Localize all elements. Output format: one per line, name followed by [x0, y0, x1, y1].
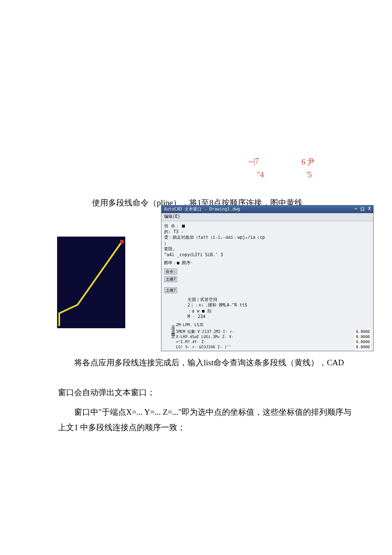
minimize-button[interactable]: —	[355, 206, 357, 212]
point-5-label: '5	[306, 171, 311, 179]
cad-coord-z: 0.0000	[355, 350, 371, 351]
point-4-label: "4	[257, 171, 264, 179]
cad-cmd-line: 信 余：	[164, 223, 371, 229]
polyline-thumbnail	[57, 237, 125, 328]
cad-edit-menu[interactable]: 编辑(E)	[164, 214, 180, 219]
point-labels-block: --|7 6 尹 "4 '5	[248, 157, 315, 183]
document-page: --|7 6 尹 "4 '5 使用多段线命令（pline），将1至8点按顺序连接…	[0, 0, 392, 555]
cad-text-body: 信 余： 的: T3 - 聋：捐走对曲加（t±tt（i-i,-aai：wpj₀/…	[161, 221, 373, 351]
cad-t3-line: 的: T3 -	[164, 229, 371, 235]
cad-coord-z: 0.0000	[355, 339, 371, 344]
paragraph-list-a: 将各点应用多段线连接完成后，输入list命令查询这条多段线（黄线），CAD	[58, 355, 356, 370]
cad-coord-z: 0.0000	[355, 334, 371, 339]
cad-coord-text: 3BB.5K9 Z-	[176, 350, 199, 351]
polyline-svg	[57, 237, 125, 328]
cad-coord-text: 5MEM 拈删 V-2137.2M2 I- r-	[176, 329, 234, 334]
cad-center-block: 主国｜甙皆空同 2｜：x）.琊和 BMLA-^R ttS ：a w ■ 别 M …	[187, 297, 371, 320]
cad-center-1: 主国｜甙皆空同	[187, 297, 371, 303]
close-button[interactable]: X	[368, 206, 371, 212]
cad-copycl: ^a4i _copycLIfi SiB.' 3	[164, 252, 371, 258]
cad-titlebar: AutoCAD 文本窗口 - Drawing1.dwg — 口 X	[161, 205, 373, 213]
cad-window-title: AutoCAD 文本窗口 - Drawing1.dwg	[164, 206, 240, 212]
cad-sub1: ）	[164, 240, 371, 246]
cad-cmd-button[interactable]: 命令:	[164, 269, 177, 275]
cad-coord-row: 5MEM 拈删 V-2137.2M2 I- r-0.0000	[176, 329, 371, 334]
autocad-text-window: AutoCAD 文本窗口 - Drawing1.dwg — 口 X 编辑(E) …	[161, 205, 374, 351]
cad-pause: 爵申：■ 爵序·	[164, 260, 371, 266]
cad-vertical-label: 开 项 盘 线成 足	[164, 322, 176, 351]
cad-menu-bar: 编辑(E)	[161, 213, 373, 221]
polyline-endpoint-marker	[120, 240, 124, 243]
cad-center-2: 2｜：x）.琊和 BMLA-^R ttS	[187, 302, 371, 308]
cad-copy-desc: 聋：捐走对曲加（t±tt（i-i,-aai：wpj₀/ia（cp	[164, 234, 371, 240]
cad-coord-row: X-LHP.dSaE LUGi.3M+ Z- V-0.0000	[176, 334, 371, 339]
point-7-label: --|7	[248, 157, 259, 167]
cad-coord-row: 3BB.5K9 Z-0.0000	[176, 350, 371, 351]
cad-center-4: M - 234	[187, 314, 371, 320]
cad-coord-text: X-LHP.dSaE LUGi.3M+ Z- V-	[176, 334, 233, 339]
cad-coord-row: >^I.M?.4f- Z-0.0000	[176, 339, 371, 344]
paragraph-list-b: 窗口会自动弹出文本窗口；	[58, 385, 356, 400]
cad-center-3: ：a w ■ 别	[187, 308, 371, 314]
cad-coord-text: LG! S- r- &53J346 I- )''	[176, 344, 231, 350]
maximize-button[interactable]: 口	[360, 206, 365, 212]
cad-coord-z: 0.0000	[355, 344, 371, 350]
cad-coord-row: LG! S- r- &53J346 I- )''0.0000	[176, 344, 371, 350]
cad-coord-z: 0.0000	[355, 329, 371, 334]
point-6-label: 6 尹	[302, 157, 315, 167]
cad-coord-list: 5MEM 拈删 V-2137.2M2 I- r-0.0000X-LHP.dSaE…	[176, 329, 371, 351]
cad-row-header: 2M-LPM. LSJE	[176, 322, 371, 327]
cad-coord-text: >^I.M?.4f- Z-	[176, 339, 206, 344]
cad-sub2: 套阻」	[164, 246, 371, 252]
cad-side-button-1[interactable]: 土播7	[164, 276, 177, 282]
square-icon	[182, 225, 185, 228]
polyline-path	[59, 242, 122, 326]
cad-side-button-2[interactable]: 土播7	[164, 287, 177, 293]
paragraph-endpoint: 窗口中"于端点X=... Y=... Z=..."即为选中点的坐标值，这些坐标值…	[58, 405, 356, 435]
